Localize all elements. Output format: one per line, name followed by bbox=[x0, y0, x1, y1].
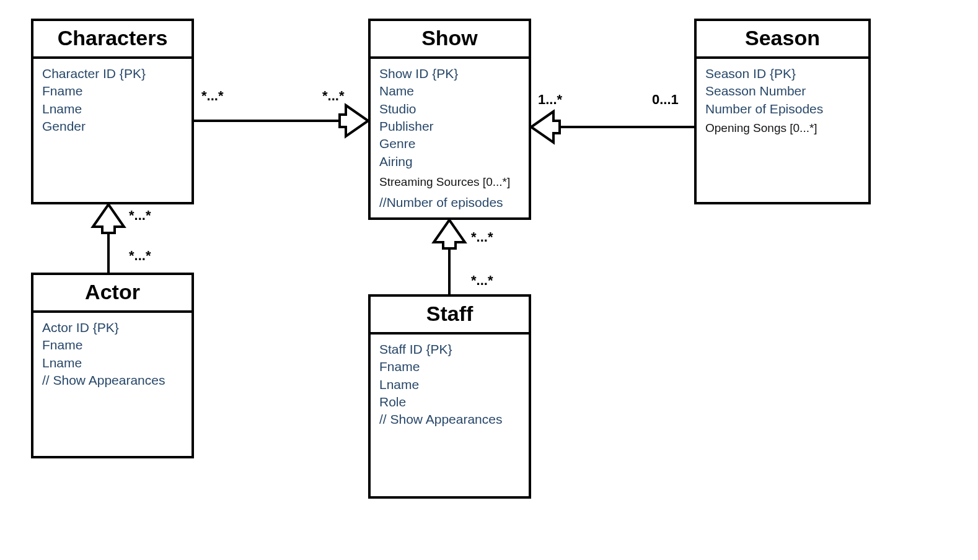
attr: Fname bbox=[42, 82, 183, 100]
attr: Role bbox=[379, 393, 520, 411]
connector-actor-characters bbox=[93, 204, 124, 273]
mult-season-show-right: 0...1 bbox=[652, 92, 679, 108]
attr: Lname bbox=[379, 376, 520, 393]
connector-staff-show bbox=[434, 220, 465, 294]
entity-season-title: Season bbox=[697, 21, 868, 59]
attr: Streaming Sources [0...*] bbox=[379, 174, 520, 190]
svg-marker-7 bbox=[434, 220, 465, 248]
connector-characters-show bbox=[194, 105, 368, 136]
entity-staff: Staff Staff ID {PK} Fname Lname Role // … bbox=[368, 294, 531, 499]
mult-actor-char-bottom: *...* bbox=[129, 248, 151, 264]
attr: Staff ID {PK} bbox=[379, 341, 520, 358]
connector-season-show bbox=[531, 112, 694, 142]
entity-actor: Actor Actor ID {PK} Fname Lname // Show … bbox=[31, 273, 194, 458]
attr: Character ID {PK} bbox=[42, 65, 183, 82]
attr: Actor ID {PK} bbox=[42, 319, 183, 336]
svg-marker-3 bbox=[531, 112, 560, 142]
svg-marker-1 bbox=[340, 105, 368, 136]
entity-show-title: Show bbox=[371, 21, 529, 59]
attr: Genre bbox=[379, 135, 520, 152]
entity-show-body: Show ID {PK} Name Studio Publisher Genre… bbox=[371, 59, 529, 217]
entity-staff-body: Staff ID {PK} Fname Lname Role // Show A… bbox=[371, 335, 529, 435]
entity-actor-body: Actor ID {PK} Fname Lname // Show Appear… bbox=[33, 313, 192, 395]
mult-actor-char-top: *...* bbox=[129, 208, 151, 224]
entity-characters-title: Characters bbox=[33, 21, 192, 59]
attr: Studio bbox=[379, 100, 520, 118]
attr: Lname bbox=[42, 100, 183, 118]
attr: Seasson Number bbox=[705, 82, 860, 100]
attr: Name bbox=[379, 82, 520, 100]
entity-staff-title: Staff bbox=[371, 297, 529, 335]
entity-characters: Characters Character ID {PK} Fname Lname… bbox=[31, 19, 194, 204]
entity-actor-title: Actor bbox=[33, 275, 192, 313]
attr: Gender bbox=[42, 118, 183, 135]
mult-staff-show-top: *...* bbox=[471, 229, 493, 245]
entity-season: Season Season ID {PK} Seasson Number Num… bbox=[694, 19, 871, 204]
mult-char-show-left: *...* bbox=[201, 88, 223, 104]
mult-season-show-left: 1...* bbox=[538, 92, 562, 108]
attr: Opening Songs [0...*] bbox=[705, 120, 860, 136]
attr: //Number of episodes bbox=[379, 194, 520, 211]
attr: Lname bbox=[42, 354, 183, 372]
attr: // Show Appearances bbox=[42, 372, 183, 389]
mult-char-show-right: *...* bbox=[322, 88, 344, 104]
attr: Airing bbox=[379, 153, 520, 170]
attr: Season ID {PK} bbox=[705, 65, 860, 82]
attr: Fname bbox=[42, 336, 183, 354]
svg-marker-5 bbox=[93, 204, 124, 233]
attr: // Show Appearances bbox=[379, 411, 520, 428]
entity-season-body: Season ID {PK} Seasson Number Number of … bbox=[697, 59, 868, 142]
entity-characters-body: Character ID {PK} Fname Lname Gender bbox=[33, 59, 192, 141]
attr: Show ID {PK} bbox=[379, 65, 520, 82]
mult-staff-show-bottom: *...* bbox=[471, 273, 493, 289]
attr: Publisher bbox=[379, 118, 520, 135]
attr: Number of Episodes bbox=[705, 100, 860, 118]
entity-show: Show Show ID {PK} Name Studio Publisher … bbox=[368, 19, 531, 220]
attr: Fname bbox=[379, 358, 520, 375]
